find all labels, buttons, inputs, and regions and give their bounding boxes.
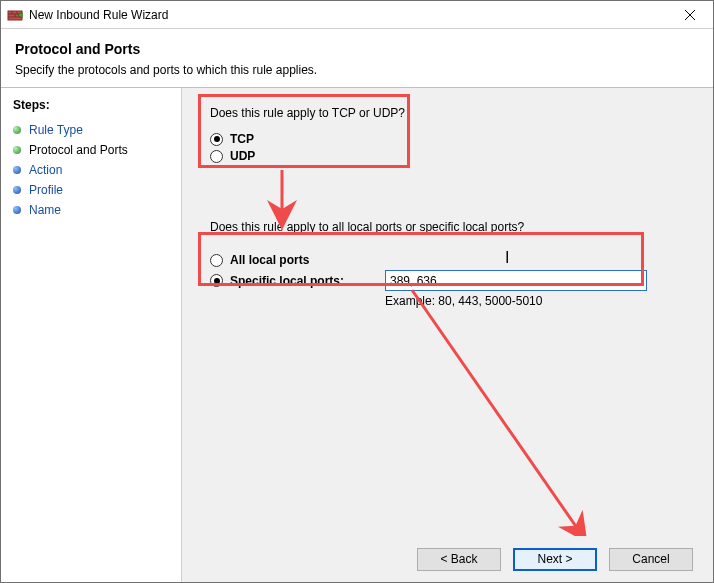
header-area: Protocol and Ports Specify the protocols…: [1, 29, 713, 87]
step-rule-type[interactable]: Rule Type: [13, 120, 171, 140]
radio-specific-ports-row: Specific local ports:: [210, 270, 685, 291]
svg-line-9: [412, 290, 584, 538]
radio-specific-ports-label: Specific local ports:: [230, 274, 344, 288]
step-protocol-and-ports[interactable]: Protocol and Ports: [13, 140, 171, 160]
step-name[interactable]: Name: [13, 200, 171, 220]
radio-tcp[interactable]: [210, 133, 223, 146]
radio-udp-row[interactable]: UDP: [210, 149, 685, 163]
bullet-icon: [13, 186, 21, 194]
radio-tcp-row[interactable]: TCP: [210, 132, 685, 146]
radio-specific-wrapper[interactable]: Specific local ports:: [210, 274, 385, 288]
radio-specific-ports[interactable]: [210, 274, 223, 287]
steps-sidebar: Steps: Rule Type Protocol and Ports Acti…: [1, 88, 181, 582]
bullet-icon: [13, 126, 21, 134]
titlebar: New Inbound Rule Wizard: [1, 1, 713, 29]
back-button[interactable]: < Back: [417, 548, 501, 571]
close-button[interactable]: [669, 3, 711, 27]
page-title: Protocol and Ports: [15, 41, 699, 57]
firewall-icon: [7, 7, 23, 23]
window-title: New Inbound Rule Wizard: [29, 8, 669, 22]
page-subtitle: Specify the protocols and ports to which…: [15, 63, 699, 77]
close-icon: [685, 10, 695, 20]
next-button[interactable]: Next >: [513, 548, 597, 571]
ports-example-text: Example: 80, 443, 5000-5010: [385, 294, 685, 308]
main-panel: Does this rule apply to TCP or UDP? TCP …: [182, 88, 713, 582]
ports-group: All local ports Specific local ports: Ex…: [202, 246, 693, 318]
wizard-window: New Inbound Rule Wizard Protocol and Por…: [0, 0, 714, 583]
bullet-icon: [13, 146, 21, 154]
step-label: Name: [29, 203, 61, 217]
radio-udp[interactable]: [210, 150, 223, 163]
radio-udp-label: UDP: [230, 149, 255, 163]
step-label: Protocol and Ports: [29, 143, 128, 157]
step-label: Action: [29, 163, 62, 177]
step-label: Profile: [29, 183, 63, 197]
radio-all-ports[interactable]: [210, 254, 223, 267]
protocol-group: Does this rule apply to TCP or UDP? TCP …: [202, 106, 693, 174]
radio-all-ports-label: All local ports: [230, 253, 309, 267]
radio-tcp-label: TCP: [230, 132, 254, 146]
cancel-button[interactable]: Cancel: [609, 548, 693, 571]
steps-heading: Steps:: [13, 98, 171, 112]
back-button-label: < Back: [440, 552, 477, 566]
radio-all-ports-row[interactable]: All local ports: [210, 253, 685, 267]
cancel-button-label: Cancel: [632, 552, 669, 566]
protocol-question: Does this rule apply to TCP or UDP?: [210, 106, 685, 120]
next-button-label: Next >: [537, 552, 572, 566]
bullet-icon: [13, 206, 21, 214]
body: Steps: Rule Type Protocol and Ports Acti…: [1, 88, 713, 582]
footer-buttons: < Back Next > Cancel: [182, 536, 713, 582]
step-profile[interactable]: Profile: [13, 180, 171, 200]
step-action[interactable]: Action: [13, 160, 171, 180]
ports-question: Does this rule apply to all local ports …: [210, 220, 693, 234]
step-label: Rule Type: [29, 123, 83, 137]
bullet-icon: [13, 166, 21, 174]
specific-ports-input[interactable]: [385, 270, 647, 291]
